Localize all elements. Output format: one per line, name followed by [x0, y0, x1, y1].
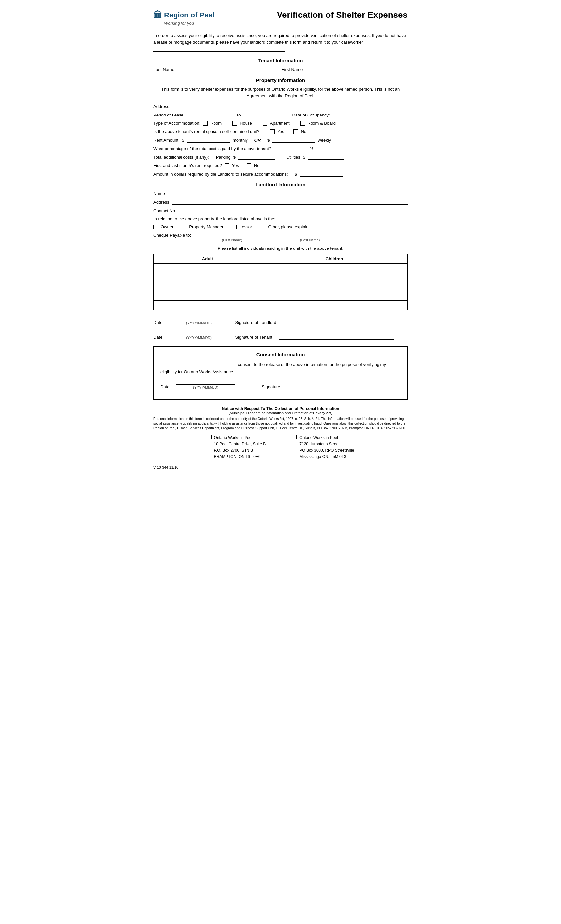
other-explain-field[interactable]: [312, 224, 365, 230]
last-name-field[interactable]: [177, 67, 279, 72]
landlord-contact-field[interactable]: [179, 208, 408, 213]
to-label: To: [236, 112, 241, 117]
landlord-name-row: Name: [153, 191, 408, 196]
lease-start-field[interactable]: [188, 112, 234, 117]
children-cell[interactable]: [261, 264, 407, 273]
lease-period-row: Period of Lease: To Date of Occupancy:: [153, 112, 408, 117]
secure-label: Amount in dollars required by the Landlo…: [153, 172, 288, 177]
parking-field[interactable]: [238, 154, 274, 160]
first-last-no-checkbox[interactable]: [247, 164, 252, 168]
dollar-sign-5: $: [295, 172, 297, 177]
tenant-sig-row: Date (YYYY/MM/DD) Signature of Tenant: [153, 330, 408, 340]
footer-notice: Notice with Respect To The Collection of…: [153, 406, 408, 430]
children-cell[interactable]: [261, 282, 407, 291]
adult-cell[interactable]: [154, 282, 261, 291]
landlord-name-label: Name: [153, 191, 165, 196]
accommodation-row: Type of Accommodation: Room House Apartm…: [153, 121, 408, 126]
first-last-yes-checkbox[interactable]: [225, 164, 230, 168]
house-checkbox[interactable]: [232, 121, 237, 126]
children-cell[interactable]: [261, 291, 407, 301]
percentage-label: What percentage of the total cost is pai…: [153, 146, 271, 151]
consent-date-field[interactable]: [176, 380, 235, 385]
no-checkbox[interactable]: [293, 129, 298, 134]
tenant-sig-field[interactable]: [279, 334, 394, 340]
intro-text: In order to assess your eligibility to r…: [153, 32, 408, 52]
rent-label: Rent Amount:: [153, 138, 180, 142]
room-board-checkbox[interactable]: [300, 121, 305, 126]
room-checkbox[interactable]: [203, 121, 208, 126]
landlord-contact-row: Contact No.: [153, 208, 408, 213]
percentage-field[interactable]: [274, 146, 307, 151]
address-block-1: Ontario Works in Peel 10 Peel Centre Dri…: [207, 435, 266, 460]
first-last-no-label: No: [254, 163, 260, 168]
address-checkbox-2[interactable]: [292, 435, 297, 439]
address-text-1: Ontario Works in Peel 10 Peel Centre Dri…: [214, 435, 266, 460]
logo-area: 🏛 Region of Peel Working for you: [153, 10, 214, 26]
logo-region: Region of Peel: [164, 11, 214, 20]
children-cell[interactable]: [261, 301, 407, 310]
address-row: Address:: [153, 104, 408, 109]
tenant-date-field[interactable]: [169, 330, 228, 335]
landlord-sig-label: Signature of Landlord: [235, 320, 276, 325]
address-field[interactable]: [173, 104, 408, 109]
dollar-sign-2: $: [267, 138, 270, 142]
children-cell[interactable]: [261, 273, 407, 282]
adult-cell[interactable]: [154, 264, 261, 273]
landlord-date-field[interactable]: [169, 315, 228, 320]
landlord-name-field[interactable]: [168, 191, 408, 196]
first-name-field[interactable]: [305, 67, 408, 72]
occupancy-field[interactable]: [333, 112, 369, 117]
landlord-address-field[interactable]: [172, 200, 408, 205]
consent-date-format: (YYYY/MM/DD): [193, 386, 219, 389]
logo-text: 🏛 Region of Peel: [153, 10, 214, 20]
date-label-1: Date: [153, 320, 162, 325]
intro-part2: and return it to your caseworker: [302, 40, 363, 45]
rent-weekly-field[interactable]: [272, 137, 315, 142]
first-last-rent-row: First and last month's rent required? Ye…: [153, 163, 408, 168]
secure-amount-field[interactable]: [300, 171, 342, 177]
cheque-first-name-sub: (First Name): [222, 238, 242, 242]
children-column-header: Children: [261, 254, 407, 264]
apartment-checkbox[interactable]: [262, 121, 267, 126]
weekly-label: weekly: [318, 138, 331, 142]
address-checkbox-1[interactable]: [207, 435, 212, 439]
monthly-label: monthly: [232, 138, 248, 142]
lessor-checkbox[interactable]: [232, 225, 237, 230]
yes-label: Yes: [277, 129, 284, 134]
parking-label: Parking: [216, 155, 231, 160]
adult-cell[interactable]: [154, 291, 261, 301]
percentage-row: What percentage of the total cost is pai…: [153, 146, 408, 151]
self-contained-label: Is the above tenant's rental space a sel…: [153, 129, 260, 134]
self-contained-row: Is the above tenant's rental space a sel…: [153, 129, 408, 134]
consent-section: Consent Information I, consent to the re…: [153, 346, 408, 400]
landlord-sig-field[interactable]: [283, 320, 398, 325]
table-row: [154, 282, 408, 291]
first-last-label: First and last month's rent required?: [153, 163, 222, 168]
adult-cell[interactable]: [154, 273, 261, 282]
tenant-section-title: Tenant Information: [153, 58, 408, 63]
intro-underline: please have your landlord complete this …: [216, 40, 302, 45]
other-option: Other, please explain:: [268, 224, 309, 230]
landlord-role-row: Owner Property Manager Lessor Other, ple…: [153, 224, 408, 230]
lease-end-field[interactable]: [243, 112, 290, 117]
property-manager-checkbox[interactable]: [182, 225, 186, 230]
additional-costs-row: Total additional costs (if any): Parking…: [153, 154, 408, 160]
rent-monthly-field[interactable]: [187, 137, 230, 142]
room-board-option: Room & Board: [308, 121, 336, 126]
owner-checkbox[interactable]: [153, 225, 158, 230]
cheque-first-name-field[interactable]: [199, 232, 265, 238]
table-row: [154, 264, 408, 273]
rent-row: Rent Amount: $ monthly OR $ weekly: [153, 137, 408, 142]
occupancy-label: Date of Occupancy:: [292, 112, 330, 117]
dollar-sign-4: $: [303, 155, 305, 160]
cheque-last-name-field[interactable]: [277, 232, 343, 238]
other-checkbox[interactable]: [261, 225, 266, 230]
consent-sig-field[interactable]: [287, 384, 400, 389]
notice-title: Notice with Respect To The Collection of…: [153, 406, 408, 411]
utilities-field[interactable]: [308, 154, 344, 160]
residents-instructions: Please list all individuals residing in …: [153, 246, 408, 251]
consent-name-field[interactable]: [164, 361, 237, 366]
consent-title: Consent Information: [160, 352, 400, 357]
yes-checkbox[interactable]: [270, 129, 274, 134]
adult-cell[interactable]: [154, 301, 261, 310]
